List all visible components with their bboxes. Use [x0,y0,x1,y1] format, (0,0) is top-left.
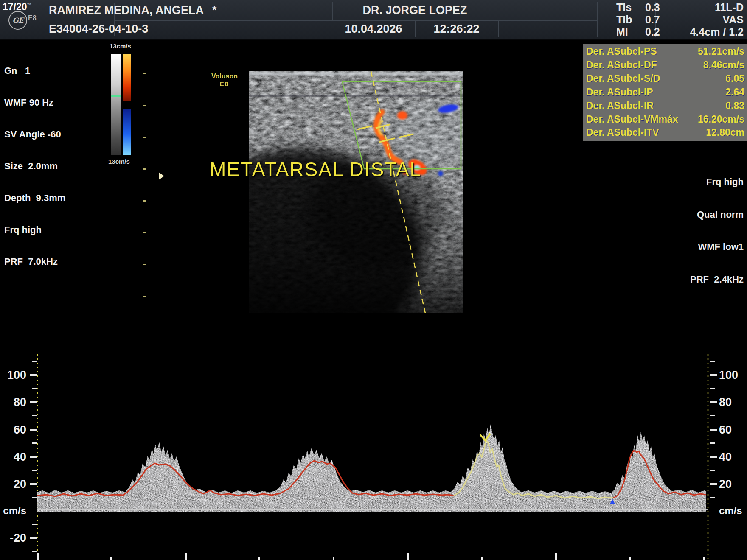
depth-tick [143,264,146,265]
header-divider [597,2,598,37]
probe-info: 11L-D VAS 4.4cm / 1.2 [690,1,744,38]
system-badge: E8 [28,14,37,22]
skin-line [249,73,463,75]
grayscale-marker [111,95,121,97]
y-axis-unit: cm/s [719,505,742,516]
envelope-trace-red [37,461,454,496]
measurement-row: Der. ASubcl-PS51.21cm/s [586,46,744,57]
y-tick-label: 60 [719,423,732,436]
param-line: Depth 9.3mm [4,193,65,203]
color-doppler-bar-forward [123,54,131,101]
exam-time: 12:26:22 [415,22,498,36]
param-line: Size 2.0mm [4,161,65,171]
y-tick-label: 40 [14,451,26,463]
param-line: Frq high [4,224,65,235]
spectral-baseline [37,509,708,510]
system-watermark: Voluson E8 [210,73,239,87]
measurement-row: Der. ASubcl-IR0.83 [586,100,744,112]
param-line: SV Angle -60 [4,129,65,140]
param-line: PRF 7.0kHz [4,256,65,267]
y-tick-label: 20 [719,478,732,490]
y-tick-label: 40 [719,451,732,463]
param-line: WMF low1 [690,241,744,252]
header-bar: 17/20™ GE E8 RAMIREZ MEDINA, ANGELA* E34… [0,0,747,40]
axis-ticks [30,361,717,552]
y-tick-label: 60 [14,423,26,436]
depth-tick [143,105,146,106]
probe-name: 11L-D [690,1,744,14]
spectral-doppler-display: 100 80 60 40 20 cm/s -20 100 80 60 40 20… [0,352,747,560]
ti-row: MI0.2 [616,26,660,38]
param-line: PRF 2.4kHz [690,274,744,285]
patient-name: RAMIREZ MEDINA, ANGELA* [49,4,217,17]
pw-params-right: Frq high Qual norm WMF low1 PRF 2.4kHz [690,155,744,306]
y-tick-label: 80 [719,396,732,409]
color-doppler-bar-reverse [123,109,131,155]
color-scale-max-label: 13cm/s [110,42,131,50]
y-tick-label: 80 [14,396,26,409]
focus-arrow-icon [159,172,164,180]
depth-tick [143,168,146,170]
measurement-row: Der. ASubcl-VMmáx16.20cm/s [586,114,744,125]
measurement-row: Der. ASubcl-DF8.46cm/s [586,59,744,71]
exam-date: 10.04.2026 [332,22,415,36]
depth-zoom: 4.4cm / 1.2 [690,26,744,38]
ultrasound-screen: 17/20™ GE E8 RAMIREZ MEDINA, ANGELA* E34… [0,0,747,560]
depth-tick [143,200,146,202]
exam-id: E34004-26-04-10-3 [49,22,148,36]
y-tick-label: -20 [10,532,26,544]
ti-row: TIs0.3 [616,1,660,14]
doppler-params-left: Gn 1 WMF 90 Hz SV Angle -60 Size 2.0mm D… [4,44,65,288]
depth-tick [143,137,146,138]
param-line: Qual norm [690,209,744,220]
grayscale-bar [111,54,121,155]
ge-logo-icon: GE [8,11,27,30]
time-scale-ticks [37,553,705,560]
header-divider [114,20,597,21]
trademark-mark: ™ [27,3,31,7]
preset-name: VAS [690,14,744,26]
spectral-waveform [37,416,709,514]
y-tick-label: 100 [719,369,738,381]
orange-flow-blob [397,111,407,120]
ultrasound-image [249,71,463,313]
measurement-row: Der. ASubcl-IP2.64 [586,87,744,98]
color-scale-min-label: -13cm/s [106,158,130,165]
depth-tick [143,73,146,74]
safety-indices: TIs0.3 TIb0.7 MI0.2 [616,1,660,38]
y-tick-label: 100 [7,369,26,381]
measurement-panel: Der. ASubcl-PS51.21cm/s Der. ASubcl-DF8.… [583,44,747,141]
param-line: Frq high [690,176,744,188]
ti-row: TIb0.7 [616,14,660,26]
y-tick-label: 20 [14,478,26,490]
y-axis-unit: cm/s [3,505,26,516]
measurement-row: Der. ASubcl-ITV12.80cm [586,127,744,138]
patient-flag: * [212,4,217,17]
header-divider [498,21,499,37]
depth-tick [143,232,146,233]
param-line: Gn 1 [4,65,65,76]
image-annotation: METATARSAL DISTAL [210,158,421,181]
depth-tick [143,296,146,297]
blue-flow-dot [438,171,443,176]
physician-name: DR. JORGE LOPEZ [332,4,498,17]
param-line: WMF 90 Hz [4,97,65,108]
measurement-row: Der. ASubcl-S/D6.05 [586,73,744,84]
